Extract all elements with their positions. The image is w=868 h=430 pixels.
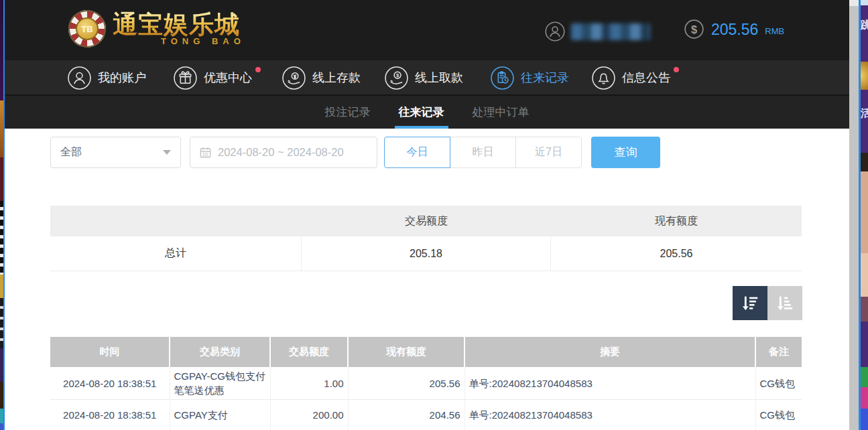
bg-fragment xyxy=(0,201,3,275)
date-range-value: 2024-08-20 ~ 2024-08-20 xyxy=(218,146,344,159)
sort-descending-button[interactable] xyxy=(733,286,767,320)
records-icon xyxy=(490,66,515,90)
bg-fragment xyxy=(0,100,3,157)
brand-logo[interactable]: TB 通宝娱乐城 TONG BAO xyxy=(68,10,245,48)
records-header-row: 时间 交易类别 交易额度 现有额度 摘要 备注 xyxy=(50,337,802,367)
summary-total-balance: 205.56 xyxy=(551,236,802,271)
nav-label: 往来记录 xyxy=(521,70,569,86)
svg-text:$: $ xyxy=(691,23,697,35)
cell-summary: 单号:202408213704048583 xyxy=(464,367,755,400)
type-select-value: 全部 xyxy=(60,145,82,159)
records-table: 时间 交易类别 交易额度 现有额度 摘要 备注 2024-08-20 18:38… xyxy=(50,337,802,430)
bg-fragment xyxy=(861,62,868,90)
bg-fragment xyxy=(0,348,3,382)
nav-label: 线上存款 xyxy=(312,70,361,86)
vertical-scrollbar[interactable] xyxy=(849,0,859,430)
tab-transaction-records[interactable]: 往来记录 xyxy=(399,96,444,129)
col-header-remark: 备注 xyxy=(755,337,802,367)
bg-fragment xyxy=(861,0,868,5)
today-button[interactable]: 今日 xyxy=(384,137,450,168)
caret-down-icon xyxy=(163,150,171,155)
brand-text: 通宝娱乐城 TONG BAO xyxy=(113,11,245,46)
nav-item-my-account[interactable]: 我的账户 xyxy=(67,65,146,90)
sort-asc-icon xyxy=(775,293,795,313)
nav-label: 我的账户 xyxy=(98,70,146,86)
username-redacted xyxy=(571,23,650,40)
table-row: 2024-08-20 18:38:51 CGPAY-CG钱包支付笔笔送优惠 1.… xyxy=(50,367,802,400)
background-right-strip: 跳 活 xyxy=(859,0,868,430)
cell-summary: 单号:202408213704048583 xyxy=(464,400,755,430)
nav-item-transaction-records[interactable]: 往来记录 xyxy=(490,65,569,90)
cell-type: CGPAY-CG钱包支付笔笔送优惠 xyxy=(170,367,270,400)
tab-processing-orders[interactable]: 处理中订单 xyxy=(473,96,530,129)
user-account[interactable] xyxy=(544,21,650,42)
cell-amount: 200.00 xyxy=(270,400,348,430)
yesterday-button[interactable]: 昨日 xyxy=(450,137,516,168)
background-left-strip xyxy=(0,0,5,430)
col-header-time: 时间 xyxy=(50,337,170,367)
nav-item-announcements[interactable]: 信息公告 xyxy=(591,65,670,90)
summary-table: 交易额度 现有额度 总计 205.18 205.56 xyxy=(50,206,802,271)
bg-fragment xyxy=(0,423,3,430)
scrollbar-thumb[interactable] xyxy=(849,6,859,430)
brand-subtitle: TONG BAO xyxy=(161,36,245,46)
main-window: TB 通宝娱乐城 TONG BAO $ xyxy=(5,0,849,430)
bg-fragment xyxy=(0,382,3,409)
bg-fragment xyxy=(0,0,3,100)
withdraw-icon: $ xyxy=(384,66,409,90)
balance-currency: RMB xyxy=(765,23,784,40)
bell-icon xyxy=(591,66,616,90)
cell-amount: 1.00 xyxy=(270,367,348,400)
type-select-dropdown[interactable]: 全部 xyxy=(50,137,181,168)
cell-remark: CG钱包 xyxy=(755,400,802,430)
quick-date-buttons: 今日 昨日 近7日 xyxy=(384,137,582,168)
notification-dot xyxy=(255,67,261,72)
bg-fragment xyxy=(0,275,3,298)
bg-fragment xyxy=(861,153,868,321)
summary-header-balance: 现有额度 xyxy=(551,206,802,236)
chip-monogram: TB xyxy=(76,17,99,40)
main-navigation: 我的账户 优惠中心 xyxy=(5,60,849,94)
brand-title: 通宝娱乐城 xyxy=(113,11,245,38)
sort-ascending-button[interactable] xyxy=(767,286,802,320)
dollar-icon: $ xyxy=(684,19,704,40)
gift-icon xyxy=(173,66,198,90)
date-range-input[interactable]: 2024-08-20 ~ 2024-08-20 xyxy=(190,137,377,168)
cell-time: 2024-08-20 18:38:51 xyxy=(50,367,170,400)
nav-item-promotions[interactable]: 优惠中心 xyxy=(173,65,252,90)
page: TB 通宝娱乐城 TONG BAO $ xyxy=(0,0,868,430)
col-header-balance: 现有额度 xyxy=(348,337,464,367)
summary-header-empty xyxy=(50,206,302,236)
nav-item-withdraw[interactable]: $ 线上取款 xyxy=(384,65,463,90)
sort-desc-icon xyxy=(740,293,760,313)
bg-fragment xyxy=(0,157,3,201)
deposit-icon xyxy=(282,66,306,90)
record-tabs: 投注记录 往来记录 处理中订单 xyxy=(5,94,849,129)
table-row: 2024-08-20 18:38:51 CGPAY支付 200.00 204.5… xyxy=(50,400,802,430)
poker-chip-logo: TB xyxy=(68,10,106,48)
balance-amount: 205.56 xyxy=(711,19,758,40)
col-header-summary: 摘要 xyxy=(464,337,755,367)
search-button[interactable]: 查询 xyxy=(591,137,660,168)
bg-fragment xyxy=(0,298,3,348)
summary-total-label: 总计 xyxy=(50,236,302,271)
svg-text:$: $ xyxy=(396,72,399,78)
cell-time: 2024-08-20 18:38:51 xyxy=(50,400,170,430)
summary-total-row: 总计 205.18 205.56 xyxy=(50,236,802,271)
bg-glyph-fragment: 跳 xyxy=(861,19,868,32)
col-header-amount: 交易额度 xyxy=(270,337,348,367)
tab-betting-records[interactable]: 投注记录 xyxy=(325,96,371,129)
balance-display[interactable]: $ 205.56 RMB xyxy=(684,19,784,40)
top-header: TB 通宝娱乐城 TONG BAO $ xyxy=(5,0,849,60)
last-7-days-button[interactable]: 近7日 xyxy=(515,137,582,168)
summary-total-transaction: 205.18 xyxy=(302,236,551,271)
col-header-type: 交易类别 xyxy=(170,337,270,367)
notification-dot xyxy=(674,67,679,72)
sort-controls xyxy=(733,286,802,320)
summary-header-transaction: 交易额度 xyxy=(302,206,551,236)
nav-label: 信息公告 xyxy=(622,70,670,86)
cell-remark: CG钱包 xyxy=(755,367,802,400)
nav-label: 线上取款 xyxy=(415,70,463,86)
nav-item-deposit[interactable]: 线上存款 xyxy=(282,65,361,90)
user-icon xyxy=(67,66,92,90)
